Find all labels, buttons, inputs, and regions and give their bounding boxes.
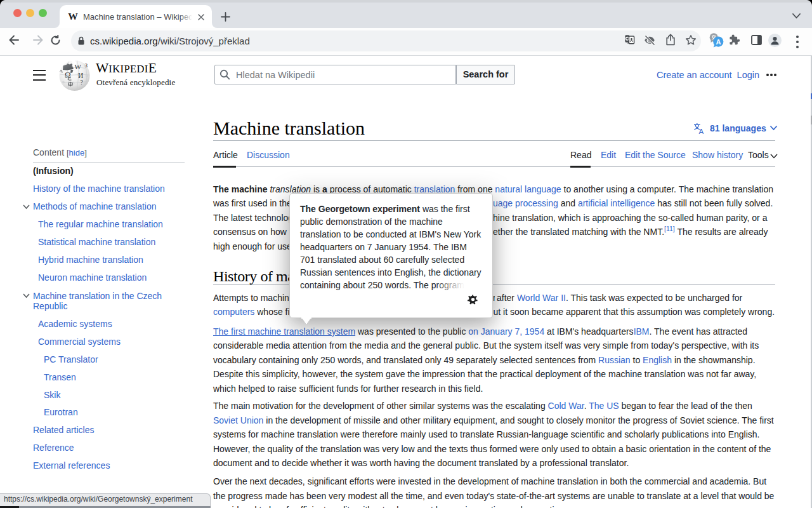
svg-text:?: ? (81, 79, 83, 86)
svg-text:A: A (699, 128, 704, 135)
svg-text:A: A (716, 38, 721, 46)
svg-text:W: W (75, 63, 82, 70)
svg-text:И: И (78, 72, 83, 79)
svg-text:З: З (85, 62, 88, 69)
